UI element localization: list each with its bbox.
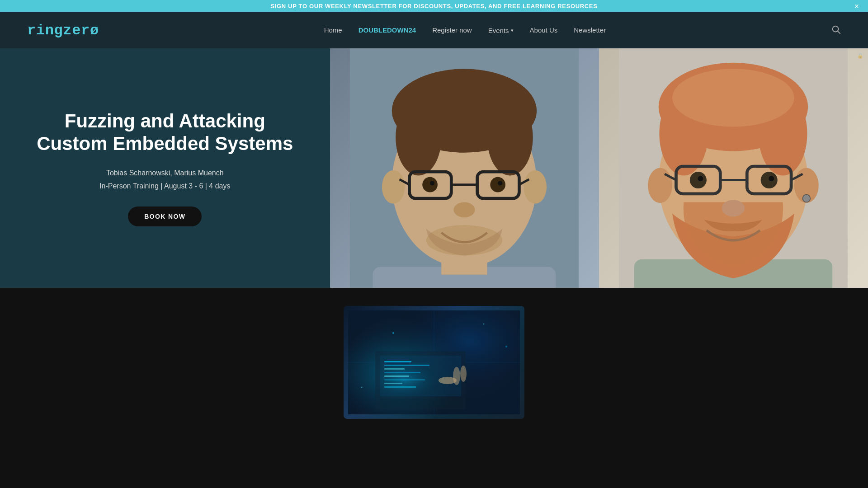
svg-point-64 bbox=[460, 366, 467, 382]
nav-link-home[interactable]: Home bbox=[324, 26, 342, 34]
svg-point-62 bbox=[439, 377, 457, 384]
svg-point-66 bbox=[483, 324, 485, 325]
svg-point-44 bbox=[722, 200, 745, 217]
announcement-banner: SIGN UP TO OUR WEEKLY NEWSLETTER FOR DIS… bbox=[0, 0, 868, 12]
svg-rect-45 bbox=[348, 310, 520, 414]
svg-point-34 bbox=[803, 195, 811, 202]
svg-point-18 bbox=[422, 177, 438, 192]
search-icon[interactable] bbox=[831, 24, 841, 37]
svg-point-32 bbox=[648, 168, 673, 203]
hero-details: In-Person Training | August 3 - 6 | 4 da… bbox=[99, 182, 230, 190]
nav-item-doubledown[interactable]: DOUBLEDOWN24 bbox=[359, 26, 416, 34]
svg-point-10 bbox=[407, 77, 522, 130]
preview-card bbox=[344, 306, 524, 419]
svg-point-42 bbox=[698, 176, 703, 182]
svg-rect-60 bbox=[384, 386, 416, 388]
instructor-photo-right bbox=[599, 48, 868, 288]
svg-point-43 bbox=[769, 176, 774, 182]
nav-link-about[interactable]: About Us bbox=[530, 26, 558, 34]
preview-card-image bbox=[344, 306, 524, 419]
nav-item-events[interactable]: Events ▾ bbox=[488, 27, 514, 34]
svg-point-68 bbox=[361, 387, 363, 388]
svg-rect-56 bbox=[384, 372, 420, 373]
book-now-button[interactable]: BOOK NOW bbox=[128, 206, 202, 226]
below-fold-section bbox=[0, 288, 868, 419]
svg-point-63 bbox=[453, 367, 460, 385]
svg-point-20 bbox=[430, 181, 434, 186]
svg-rect-47 bbox=[348, 310, 520, 414]
watermark-icon: 🔒 bbox=[857, 53, 863, 59]
svg-rect-46 bbox=[348, 310, 520, 414]
svg-rect-52 bbox=[380, 356, 461, 396]
nav-item-home[interactable]: Home bbox=[324, 26, 342, 34]
hero-content: Fuzzing and Attacking Custom Embedded Sy… bbox=[0, 48, 330, 288]
nav-item-newsletter[interactable]: Newsletter bbox=[574, 26, 606, 34]
instructor-photo-left bbox=[330, 48, 599, 288]
events-chevron-icon: ▾ bbox=[511, 28, 514, 33]
svg-line-1 bbox=[838, 31, 840, 33]
nav-item-about[interactable]: About Us bbox=[530, 26, 558, 34]
svg-point-40 bbox=[690, 172, 707, 188]
svg-point-21 bbox=[498, 181, 502, 186]
svg-point-65 bbox=[392, 332, 394, 334]
nav-link-register[interactable]: Register now bbox=[432, 26, 472, 34]
nav-item-register[interactable]: Register now bbox=[432, 26, 472, 34]
nav-link-newsletter[interactable]: Newsletter bbox=[574, 26, 606, 34]
nav-link-events[interactable]: Events bbox=[488, 27, 509, 34]
svg-point-12 bbox=[524, 170, 547, 204]
site-logo[interactable]: ringzerø bbox=[27, 22, 99, 39]
hero-instructors: Tobias Scharnowski, Marius Muench bbox=[106, 168, 224, 178]
svg-rect-58 bbox=[384, 379, 425, 380]
svg-point-11 bbox=[382, 170, 405, 204]
nav-menu: Home DOUBLEDOWN24 Register now Events ▾ … bbox=[324, 26, 606, 34]
hero-image: 🔒 bbox=[330, 48, 868, 288]
svg-rect-54 bbox=[384, 365, 429, 366]
navbar: ringzerø Home DOUBLEDOWN24 Register now … bbox=[0, 12, 868, 48]
svg-point-19 bbox=[491, 177, 506, 192]
svg-rect-59 bbox=[384, 383, 402, 384]
hero-section: Fuzzing and Attacking Custom Embedded Sy… bbox=[0, 48, 868, 288]
hero-title: Fuzzing and Attacking Custom Embedded Sy… bbox=[27, 110, 303, 155]
svg-rect-51 bbox=[380, 356, 461, 396]
svg-rect-50 bbox=[375, 351, 466, 410]
svg-rect-53 bbox=[384, 361, 411, 362]
svg-point-67 bbox=[505, 346, 507, 347]
svg-point-41 bbox=[761, 172, 778, 188]
banner-close-button[interactable]: × bbox=[854, 2, 859, 10]
svg-point-31 bbox=[672, 69, 794, 127]
nav-link-doubledown[interactable]: DOUBLEDOWN24 bbox=[359, 26, 416, 34]
svg-point-22 bbox=[454, 202, 475, 218]
svg-rect-57 bbox=[384, 375, 409, 377]
svg-rect-61 bbox=[380, 399, 461, 408]
banner-text: SIGN UP TO OUR WEEKLY NEWSLETTER FOR DIS… bbox=[271, 3, 598, 9]
svg-rect-55 bbox=[384, 368, 405, 370]
